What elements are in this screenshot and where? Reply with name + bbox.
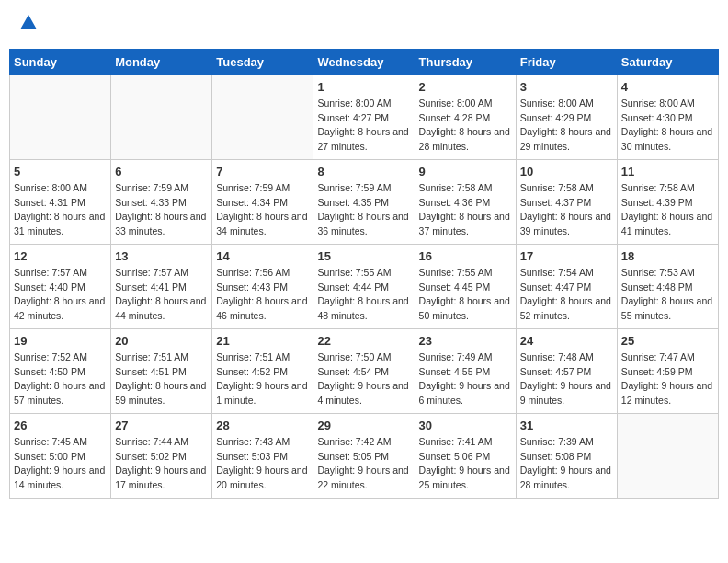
day-info: Sunrise: 8:00 AM Sunset: 4:28 PM Dayligh…	[419, 97, 512, 155]
page-header	[9, 9, 719, 41]
day-number: 31	[520, 419, 613, 432]
calendar-cell: 18Sunrise: 7:53 AM Sunset: 4:48 PM Dayli…	[617, 244, 718, 328]
day-info: Sunrise: 8:00 AM Sunset: 4:29 PM Dayligh…	[520, 97, 613, 155]
day-info: Sunrise: 7:58 AM Sunset: 4:37 PM Dayligh…	[520, 181, 613, 239]
day-info: Sunrise: 7:39 AM Sunset: 5:08 PM Dayligh…	[520, 435, 613, 493]
calendar-cell: 4Sunrise: 8:00 AM Sunset: 4:30 PM Daylig…	[617, 75, 718, 159]
day-info: Sunrise: 7:45 AM Sunset: 5:00 PM Dayligh…	[14, 435, 107, 493]
calendar-cell: 10Sunrise: 7:58 AM Sunset: 4:37 PM Dayli…	[516, 159, 617, 244]
day-info: Sunrise: 7:44 AM Sunset: 5:02 PM Dayligh…	[115, 435, 208, 493]
day-info: Sunrise: 7:57 AM Sunset: 4:41 PM Dayligh…	[115, 266, 208, 324]
calendar-cell: 1Sunrise: 8:00 AM Sunset: 4:27 PM Daylig…	[313, 75, 415, 159]
week-row: 1Sunrise: 8:00 AM Sunset: 4:27 PM Daylig…	[10, 75, 719, 159]
day-number: 17	[520, 249, 613, 263]
calendar-cell: 17Sunrise: 7:54 AM Sunset: 4:47 PM Dayli…	[516, 244, 617, 328]
calendar-cell: 26Sunrise: 7:45 AM Sunset: 5:00 PM Dayli…	[10, 413, 111, 498]
calendar-cell: 22Sunrise: 7:50 AM Sunset: 4:54 PM Dayli…	[313, 328, 415, 413]
day-info: Sunrise: 7:51 AM Sunset: 4:51 PM Dayligh…	[115, 350, 208, 408]
weekday-header-cell: Monday	[111, 49, 212, 75]
calendar-cell: 27Sunrise: 7:44 AM Sunset: 5:02 PM Dayli…	[111, 413, 212, 498]
day-number: 18	[621, 249, 714, 263]
day-number: 14	[216, 249, 309, 263]
day-info: Sunrise: 7:50 AM Sunset: 4:54 PM Dayligh…	[317, 350, 410, 408]
day-info: Sunrise: 8:00 AM Sunset: 4:31 PM Dayligh…	[14, 181, 107, 239]
day-number: 21	[216, 334, 309, 348]
week-row: 12Sunrise: 7:57 AM Sunset: 4:40 PM Dayli…	[10, 244, 719, 328]
weekday-header-cell: Tuesday	[212, 49, 313, 75]
day-info: Sunrise: 7:48 AM Sunset: 4:57 PM Dayligh…	[520, 350, 613, 408]
weekday-header-cell: Sunday	[10, 49, 111, 75]
day-info: Sunrise: 7:55 AM Sunset: 4:45 PM Dayligh…	[419, 266, 512, 324]
day-number: 7	[216, 165, 309, 178]
day-number: 13	[115, 249, 208, 263]
day-number: 23	[419, 334, 512, 348]
day-info: Sunrise: 7:59 AM Sunset: 4:34 PM Dayligh…	[216, 181, 309, 239]
day-info: Sunrise: 7:51 AM Sunset: 4:52 PM Dayligh…	[216, 350, 309, 408]
day-info: Sunrise: 7:59 AM Sunset: 4:33 PM Dayligh…	[115, 181, 208, 239]
calendar-cell: 15Sunrise: 7:55 AM Sunset: 4:44 PM Dayli…	[313, 244, 415, 328]
calendar-body: 1Sunrise: 8:00 AM Sunset: 4:27 PM Daylig…	[10, 75, 719, 498]
calendar-cell: 31Sunrise: 7:39 AM Sunset: 5:08 PM Dayli…	[516, 413, 617, 498]
calendar-cell: 19Sunrise: 7:52 AM Sunset: 4:50 PM Dayli…	[10, 328, 111, 413]
weekday-header: SundayMondayTuesdayWednesdayThursdayFrid…	[10, 49, 719, 75]
day-number: 11	[621, 165, 714, 178]
calendar-cell: 5Sunrise: 8:00 AM Sunset: 4:31 PM Daylig…	[10, 159, 111, 244]
calendar-cell: 16Sunrise: 7:55 AM Sunset: 4:45 PM Dayli…	[415, 244, 516, 328]
week-row: 5Sunrise: 8:00 AM Sunset: 4:31 PM Daylig…	[10, 159, 719, 244]
calendar-cell: 29Sunrise: 7:42 AM Sunset: 5:05 PM Dayli…	[313, 413, 415, 498]
day-info: Sunrise: 7:49 AM Sunset: 4:55 PM Dayligh…	[419, 350, 512, 408]
day-number: 9	[419, 165, 512, 178]
calendar-cell: 11Sunrise: 7:58 AM Sunset: 4:39 PM Dayli…	[617, 159, 718, 244]
day-number: 30	[419, 419, 512, 432]
weekday-header-cell: Saturday	[617, 49, 718, 75]
day-info: Sunrise: 7:55 AM Sunset: 4:44 PM Dayligh…	[317, 266, 410, 324]
day-info: Sunrise: 7:41 AM Sunset: 5:06 PM Dayligh…	[419, 435, 512, 493]
day-number: 1	[317, 80, 410, 94]
week-row: 19Sunrise: 7:52 AM Sunset: 4:50 PM Dayli…	[10, 328, 719, 413]
calendar-cell	[212, 75, 313, 159]
logo	[17, 13, 39, 38]
calendar-cell: 12Sunrise: 7:57 AM Sunset: 4:40 PM Dayli…	[10, 244, 111, 328]
logo-icon	[18, 13, 39, 33]
calendar: SundayMondayTuesdayWednesdayThursdayFrid…	[9, 49, 719, 499]
day-info: Sunrise: 7:54 AM Sunset: 4:47 PM Dayligh…	[520, 266, 613, 324]
day-number: 22	[317, 334, 410, 348]
calendar-cell: 24Sunrise: 7:48 AM Sunset: 4:57 PM Dayli…	[516, 328, 617, 413]
calendar-cell	[617, 413, 718, 498]
day-number: 2	[419, 80, 512, 94]
calendar-cell: 13Sunrise: 7:57 AM Sunset: 4:41 PM Dayli…	[111, 244, 212, 328]
weekday-header-cell: Thursday	[415, 49, 516, 75]
day-info: Sunrise: 7:59 AM Sunset: 4:35 PM Dayligh…	[317, 181, 410, 239]
calendar-cell: 8Sunrise: 7:59 AM Sunset: 4:35 PM Daylig…	[313, 159, 415, 244]
day-info: Sunrise: 8:00 AM Sunset: 4:30 PM Dayligh…	[621, 97, 714, 155]
day-number: 15	[317, 249, 410, 263]
calendar-cell: 2Sunrise: 8:00 AM Sunset: 4:28 PM Daylig…	[415, 75, 516, 159]
day-number: 25	[621, 334, 714, 348]
day-number: 10	[520, 165, 613, 178]
day-number: 12	[14, 249, 107, 263]
day-number: 3	[520, 80, 613, 94]
calendar-cell: 25Sunrise: 7:47 AM Sunset: 4:59 PM Dayli…	[617, 328, 718, 413]
day-number: 6	[115, 165, 208, 178]
day-info: Sunrise: 7:57 AM Sunset: 4:40 PM Dayligh…	[14, 266, 107, 324]
day-info: Sunrise: 7:43 AM Sunset: 5:03 PM Dayligh…	[216, 435, 309, 493]
calendar-cell: 21Sunrise: 7:51 AM Sunset: 4:52 PM Dayli…	[212, 328, 313, 413]
week-row: 26Sunrise: 7:45 AM Sunset: 5:00 PM Dayli…	[10, 413, 719, 498]
day-info: Sunrise: 8:00 AM Sunset: 4:27 PM Dayligh…	[317, 97, 410, 155]
day-info: Sunrise: 7:42 AM Sunset: 5:05 PM Dayligh…	[317, 435, 410, 493]
day-number: 28	[216, 419, 309, 432]
day-number: 27	[115, 419, 208, 432]
day-number: 8	[317, 165, 410, 178]
calendar-cell: 3Sunrise: 8:00 AM Sunset: 4:29 PM Daylig…	[516, 75, 617, 159]
calendar-cell: 28Sunrise: 7:43 AM Sunset: 5:03 PM Dayli…	[212, 413, 313, 498]
svg-marker-0	[20, 15, 37, 29]
day-number: 26	[14, 419, 107, 432]
day-number: 29	[317, 419, 410, 432]
day-number: 4	[621, 80, 714, 94]
calendar-cell: 14Sunrise: 7:56 AM Sunset: 4:43 PM Dayli…	[212, 244, 313, 328]
day-info: Sunrise: 7:58 AM Sunset: 4:39 PM Dayligh…	[621, 181, 714, 239]
calendar-cell: 23Sunrise: 7:49 AM Sunset: 4:55 PM Dayli…	[415, 328, 516, 413]
calendar-cell: 7Sunrise: 7:59 AM Sunset: 4:34 PM Daylig…	[212, 159, 313, 244]
weekday-header-cell: Friday	[516, 49, 617, 75]
day-number: 20	[115, 334, 208, 348]
